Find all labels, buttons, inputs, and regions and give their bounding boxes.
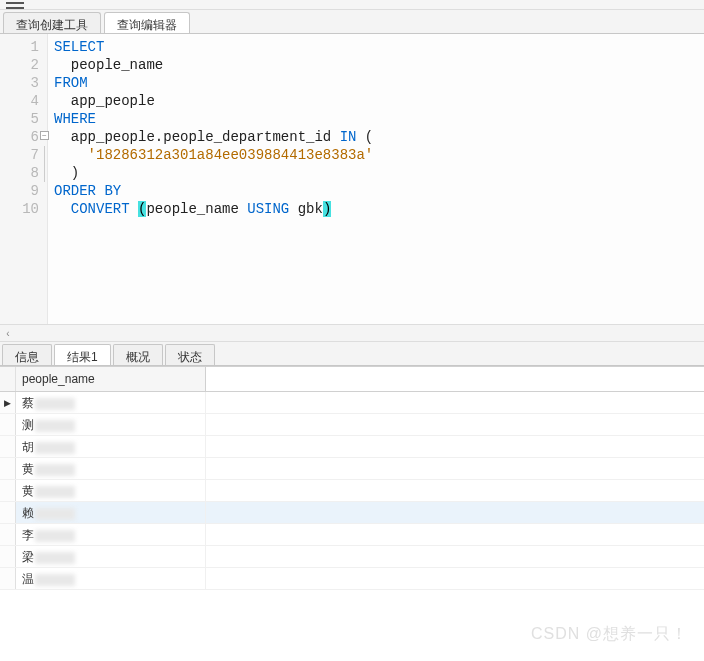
fold-marker-icon[interactable]: − [40, 131, 49, 140]
cell-people-name[interactable]: 温 [16, 568, 206, 589]
gutter-line: 10 [0, 200, 47, 218]
redacted-text [35, 486, 75, 498]
code-line[interactable]: people_name [54, 56, 373, 74]
table-row[interactable]: 蔡 [0, 392, 704, 414]
hamburger-icon[interactable] [6, 0, 28, 10]
code-line[interactable]: CONVERT (people_name USING gbk) [54, 200, 373, 218]
gutter-line: 1 [0, 38, 47, 56]
code-line[interactable]: app_people [54, 92, 373, 110]
code-line[interactable]: SELECT [54, 38, 373, 56]
gutter-line: 4 [0, 92, 47, 110]
code-line[interactable]: '18286312a301a84ee039884413e8383a' [54, 146, 373, 164]
row-indicator [0, 392, 16, 413]
table-row[interactable]: 赖 [0, 502, 704, 524]
gutter-line: 9 [0, 182, 47, 200]
row-indicator [0, 524, 16, 545]
cell-people-name[interactable]: 测 [16, 414, 206, 435]
redacted-text [35, 420, 75, 432]
result-tab-信息[interactable]: 信息 [2, 344, 52, 365]
cell-people-name[interactable]: 黄 [16, 458, 206, 479]
gutter-line: 6− [0, 128, 47, 146]
table-row[interactable]: 黄 [0, 480, 704, 502]
table-row[interactable]: 李 [0, 524, 704, 546]
table-row[interactable]: 梁 [0, 546, 704, 568]
cell-people-name[interactable]: 胡 [16, 436, 206, 457]
editor-gutter: 123456−78910 [0, 34, 48, 324]
code-line[interactable]: FROM [54, 74, 373, 92]
code-line[interactable]: app_people.people_department_id IN ( [54, 128, 373, 146]
row-indicator [0, 480, 16, 501]
grid-header: people_name [0, 367, 704, 392]
result-tabs: 信息结果1概况状态 [0, 342, 704, 366]
gutter-line: 7 [0, 146, 47, 164]
scroll-left-icon[interactable]: ‹ [0, 328, 16, 339]
main-toolbar [0, 0, 704, 10]
redacted-text [35, 442, 75, 454]
horizontal-scrollbar[interactable]: ‹ [0, 324, 704, 342]
result-tab-状态[interactable]: 状态 [165, 344, 215, 365]
primary-tabs: 查询创建工具 查询编辑器 [0, 10, 704, 34]
table-row[interactable]: 温 [0, 568, 704, 590]
cell-people-name[interactable]: 梁 [16, 546, 206, 567]
redacted-text [35, 464, 75, 476]
row-indicator [0, 568, 16, 589]
table-row[interactable]: 测 [0, 414, 704, 436]
row-indicator [0, 414, 16, 435]
row-indicator [0, 546, 16, 567]
code-line[interactable]: ORDER BY [54, 182, 373, 200]
table-row[interactable]: 黄 [0, 458, 704, 480]
gutter-line: 2 [0, 56, 47, 74]
result-tab-概况[interactable]: 概况 [113, 344, 163, 365]
row-indicator-header [0, 367, 16, 391]
table-row[interactable]: 胡 [0, 436, 704, 458]
cell-people-name[interactable]: 赖 [16, 502, 206, 523]
gutter-line: 8 [0, 164, 47, 182]
sql-editor[interactable]: 123456−78910 SELECT people_nameFROM app_… [0, 34, 704, 324]
redacted-text [35, 574, 75, 586]
column-header-people-name[interactable]: people_name [16, 367, 206, 391]
row-indicator [0, 502, 16, 523]
gutter-line: 5 [0, 110, 47, 128]
cell-people-name[interactable]: 李 [16, 524, 206, 545]
gutter-line: 3 [0, 74, 47, 92]
result-grid: people_name 蔡测胡黄黄赖李梁温 [0, 366, 704, 590]
editor-code[interactable]: SELECT people_nameFROM app_peopleWHERE a… [48, 34, 373, 324]
cell-people-name[interactable]: 黄 [16, 480, 206, 501]
redacted-text [35, 552, 75, 564]
code-line[interactable]: ) [54, 164, 373, 182]
row-indicator [0, 436, 16, 457]
code-line[interactable]: WHERE [54, 110, 373, 128]
tab-query-builder[interactable]: 查询创建工具 [3, 12, 101, 33]
cell-people-name[interactable]: 蔡 [16, 392, 206, 413]
watermark-text: CSDN @想养一只！ [531, 624, 688, 645]
result-tab-结果1[interactable]: 结果1 [54, 344, 111, 365]
row-indicator [0, 458, 16, 479]
tab-query-editor[interactable]: 查询编辑器 [104, 12, 190, 33]
redacted-text [35, 508, 75, 520]
redacted-text [35, 530, 75, 542]
grid-body: 蔡测胡黄黄赖李梁温 [0, 392, 704, 590]
redacted-text [35, 398, 75, 410]
